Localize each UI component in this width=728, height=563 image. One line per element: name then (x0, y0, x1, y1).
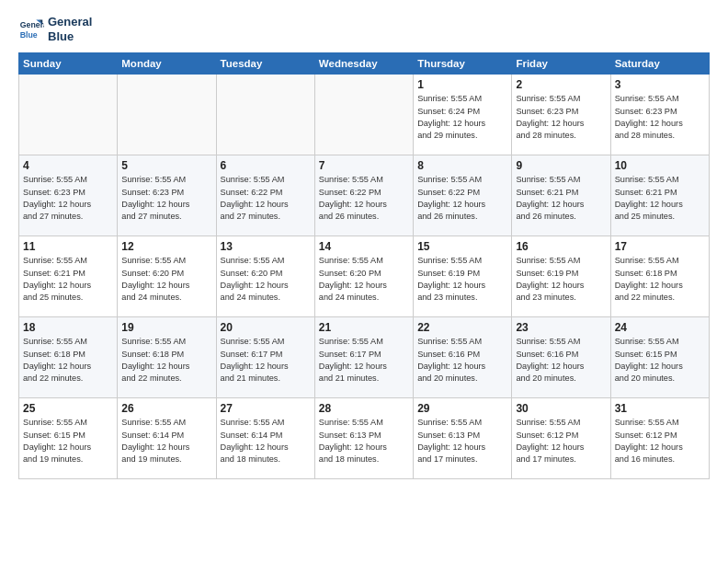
day-number: 4 (23, 159, 113, 172)
day-number: 8 (417, 159, 507, 172)
calendar-cell (216, 75, 314, 155)
day-number: 23 (516, 321, 606, 334)
day-info: Sunrise: 5:55 AMSunset: 6:21 PMDaylight:… (615, 174, 705, 223)
day-info: Sunrise: 5:55 AMSunset: 6:22 PMDaylight:… (417, 174, 507, 223)
calendar-header: SundayMondayTuesdayWednesdayThursdayFrid… (19, 53, 710, 75)
day-info: Sunrise: 5:55 AMSunset: 6:23 PMDaylight:… (516, 93, 606, 142)
day-info: Sunrise: 5:55 AMSunset: 6:20 PMDaylight:… (121, 255, 211, 304)
calendar-cell: 29Sunrise: 5:55 AMSunset: 6:13 PMDayligh… (414, 398, 512, 479)
day-info: Sunrise: 5:55 AMSunset: 6:18 PMDaylight:… (23, 336, 113, 385)
calendar-cell: 13Sunrise: 5:55 AMSunset: 6:20 PMDayligh… (216, 236, 314, 317)
day-number: 20 (221, 321, 311, 334)
calendar-cell: 26Sunrise: 5:55 AMSunset: 6:14 PMDayligh… (118, 398, 216, 479)
day-number: 7 (319, 159, 409, 172)
day-number: 18 (23, 321, 113, 334)
day-info: Sunrise: 5:55 AMSunset: 6:22 PMDaylight:… (319, 174, 409, 223)
day-info: Sunrise: 5:55 AMSunset: 6:19 PMDaylight:… (516, 255, 606, 304)
calendar-cell: 30Sunrise: 5:55 AMSunset: 6:12 PMDayligh… (512, 398, 610, 479)
weekday-header-monday: Monday (118, 53, 216, 75)
weekday-header-sunday: Sunday (19, 53, 118, 75)
day-info: Sunrise: 5:55 AMSunset: 6:23 PMDaylight:… (23, 174, 113, 223)
day-info: Sunrise: 5:55 AMSunset: 6:16 PMDaylight:… (516, 336, 606, 385)
calendar-cell: 7Sunrise: 5:55 AMSunset: 6:22 PMDaylight… (314, 155, 413, 236)
day-info: Sunrise: 5:55 AMSunset: 6:23 PMDaylight:… (615, 93, 705, 142)
calendar-cell: 28Sunrise: 5:55 AMSunset: 6:13 PMDayligh… (314, 398, 413, 479)
day-number: 5 (121, 159, 211, 172)
day-info: Sunrise: 5:55 AMSunset: 6:15 PMDaylight:… (23, 417, 113, 465)
day-number: 21 (319, 321, 409, 334)
weekday-header-wednesday: Wednesday (314, 53, 413, 75)
day-number: 25 (23, 402, 113, 415)
calendar-cell: 8Sunrise: 5:55 AMSunset: 6:22 PMDaylight… (414, 155, 512, 236)
calendar-cell: 10Sunrise: 5:55 AMSunset: 6:21 PMDayligh… (610, 155, 709, 236)
calendar-body: 1Sunrise: 5:55 AMSunset: 6:24 PMDaylight… (19, 75, 710, 479)
calendar-cell: 15Sunrise: 5:55 AMSunset: 6:19 PMDayligh… (414, 236, 512, 317)
day-number: 15 (417, 240, 507, 253)
day-number: 14 (319, 240, 409, 253)
calendar-cell: 25Sunrise: 5:55 AMSunset: 6:15 PMDayligh… (19, 398, 118, 479)
day-info: Sunrise: 5:55 AMSunset: 6:16 PMDaylight:… (417, 336, 507, 385)
day-info: Sunrise: 5:55 AMSunset: 6:22 PMDaylight:… (221, 174, 311, 223)
logo: General Blue General Blue (18, 15, 92, 43)
svg-text:Blue: Blue (20, 29, 38, 39)
weekday-header-friday: Friday (512, 53, 610, 75)
calendar-week-4: 18Sunrise: 5:55 AMSunset: 6:18 PMDayligh… (19, 317, 710, 398)
calendar-cell: 21Sunrise: 5:55 AMSunset: 6:17 PMDayligh… (314, 317, 413, 398)
calendar-cell (118, 75, 216, 155)
calendar-cell: 31Sunrise: 5:55 AMSunset: 6:12 PMDayligh… (610, 398, 709, 479)
calendar-cell: 6Sunrise: 5:55 AMSunset: 6:22 PMDaylight… (216, 155, 314, 236)
calendar-cell: 16Sunrise: 5:55 AMSunset: 6:19 PMDayligh… (512, 236, 610, 317)
weekday-row: SundayMondayTuesdayWednesdayThursdayFrid… (19, 53, 710, 75)
calendar-week-1: 1Sunrise: 5:55 AMSunset: 6:24 PMDaylight… (19, 75, 710, 155)
day-info: Sunrise: 5:55 AMSunset: 6:21 PMDaylight:… (516, 174, 606, 223)
day-info: Sunrise: 5:55 AMSunset: 6:17 PMDaylight:… (319, 336, 409, 385)
calendar-cell: 18Sunrise: 5:55 AMSunset: 6:18 PMDayligh… (19, 317, 118, 398)
day-info: Sunrise: 5:55 AMSunset: 6:18 PMDaylight:… (121, 336, 211, 385)
calendar-table: SundayMondayTuesdayWednesdayThursdayFrid… (18, 52, 710, 479)
calendar-cell (314, 75, 413, 155)
logo-general: General (48, 15, 92, 29)
calendar-cell (19, 75, 118, 155)
weekday-header-saturday: Saturday (610, 53, 709, 75)
day-number: 11 (23, 240, 113, 253)
calendar-cell: 27Sunrise: 5:55 AMSunset: 6:14 PMDayligh… (216, 398, 314, 479)
logo-blue: Blue (48, 29, 92, 44)
day-info: Sunrise: 5:55 AMSunset: 6:15 PMDaylight:… (615, 336, 705, 385)
calendar-cell: 11Sunrise: 5:55 AMSunset: 6:21 PMDayligh… (19, 236, 118, 317)
day-info: Sunrise: 5:55 AMSunset: 6:14 PMDaylight:… (221, 417, 311, 465)
calendar-cell: 1Sunrise: 5:55 AMSunset: 6:24 PMDaylight… (414, 75, 512, 155)
calendar-cell: 17Sunrise: 5:55 AMSunset: 6:18 PMDayligh… (610, 236, 709, 317)
day-number: 28 (319, 402, 409, 415)
day-number: 30 (516, 402, 606, 415)
calendar-cell: 23Sunrise: 5:55 AMSunset: 6:16 PMDayligh… (512, 317, 610, 398)
day-info: Sunrise: 5:55 AMSunset: 6:18 PMDaylight:… (615, 255, 705, 304)
calendar-cell: 3Sunrise: 5:55 AMSunset: 6:23 PMDaylight… (610, 75, 709, 155)
calendar-week-2: 4Sunrise: 5:55 AMSunset: 6:23 PMDaylight… (19, 155, 710, 236)
day-number: 24 (615, 321, 705, 334)
day-info: Sunrise: 5:55 AMSunset: 6:13 PMDaylight:… (319, 417, 409, 465)
day-number: 12 (121, 240, 211, 253)
day-info: Sunrise: 5:55 AMSunset: 6:12 PMDaylight:… (615, 417, 705, 465)
day-info: Sunrise: 5:55 AMSunset: 6:14 PMDaylight:… (121, 417, 211, 465)
day-info: Sunrise: 5:55 AMSunset: 6:13 PMDaylight:… (417, 417, 507, 465)
day-number: 26 (121, 402, 211, 415)
day-info: Sunrise: 5:55 AMSunset: 6:17 PMDaylight:… (221, 336, 311, 385)
page: General Blue General Blue SundayMondayTu… (0, 0, 728, 488)
day-info: Sunrise: 5:55 AMSunset: 6:20 PMDaylight:… (319, 255, 409, 304)
calendar-cell: 9Sunrise: 5:55 AMSunset: 6:21 PMDaylight… (512, 155, 610, 236)
day-number: 17 (615, 240, 705, 253)
logo-icon: General Blue (18, 17, 44, 42)
day-info: Sunrise: 5:55 AMSunset: 6:23 PMDaylight:… (121, 174, 211, 223)
weekday-header-tuesday: Tuesday (216, 53, 314, 75)
day-number: 27 (221, 402, 311, 415)
day-number: 6 (221, 159, 311, 172)
day-number: 10 (615, 159, 705, 172)
day-info: Sunrise: 5:55 AMSunset: 6:20 PMDaylight:… (221, 255, 311, 304)
day-info: Sunrise: 5:55 AMSunset: 6:21 PMDaylight:… (23, 255, 113, 304)
calendar-cell: 2Sunrise: 5:55 AMSunset: 6:23 PMDaylight… (512, 75, 610, 155)
calendar-week-3: 11Sunrise: 5:55 AMSunset: 6:21 PMDayligh… (19, 236, 710, 317)
day-info: Sunrise: 5:55 AMSunset: 6:24 PMDaylight:… (417, 93, 507, 142)
day-number: 13 (221, 240, 311, 253)
day-number: 29 (417, 402, 507, 415)
day-number: 16 (516, 240, 606, 253)
